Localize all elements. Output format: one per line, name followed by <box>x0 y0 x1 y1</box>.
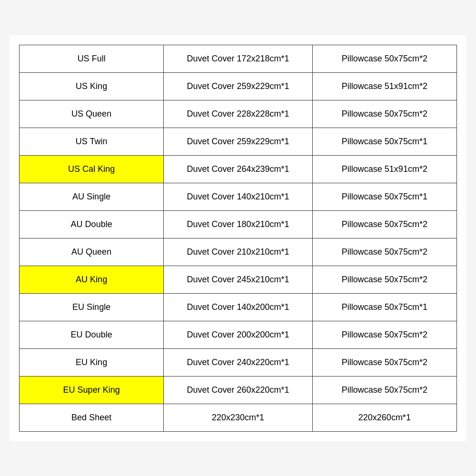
duvet-spec: Duvet Cover 228x228cm*1 <box>164 100 312 128</box>
size-name: US Twin <box>20 128 164 155</box>
size-name: AU Double <box>20 210 164 238</box>
size-name: EU Double <box>20 321 164 348</box>
table-row: AU SingleDuvet Cover 140x210cm*1Pillowca… <box>20 183 457 210</box>
duvet-spec: Duvet Cover 259x229cm*1 <box>164 128 312 155</box>
pillow-spec: 220x260cm*1 <box>312 404 456 431</box>
pillow-spec: Pillowcase 50x75cm*2 <box>312 100 456 128</box>
pillow-spec: Pillowcase 50x75cm*2 <box>312 321 456 348</box>
duvet-spec: Duvet Cover 260x220cm*1 <box>164 376 312 404</box>
duvet-spec: Duvet Cover 180x210cm*1 <box>164 210 312 238</box>
pillow-spec: Pillowcase 50x75cm*2 <box>312 210 456 238</box>
size-name: AU Queen <box>20 238 164 266</box>
table-row: US FullDuvet Cover 172x218cm*1Pillowcase… <box>20 45 457 72</box>
table-row: Bed Sheet220x230cm*1220x260cm*1 <box>20 404 457 431</box>
table-row: AU DoubleDuvet Cover 180x210cm*1Pillowca… <box>20 210 457 238</box>
pillow-spec: Pillowcase 50x75cm*2 <box>312 45 456 72</box>
size-table: US FullDuvet Cover 172x218cm*1Pillowcase… <box>19 45 457 432</box>
size-name: EU Super King <box>20 376 164 404</box>
duvet-spec: Duvet Cover 200x200cm*1 <box>164 321 312 348</box>
size-name: US Full <box>20 45 164 72</box>
size-name: Bed Sheet <box>20 404 164 431</box>
main-container: US FullDuvet Cover 172x218cm*1Pillowcase… <box>10 35 466 441</box>
pillow-spec: Pillowcase 50x75cm*1 <box>312 183 456 210</box>
duvet-spec: Duvet Cover 210x210cm*1 <box>164 238 312 266</box>
table-row: AU KingDuvet Cover 245x210cm*1Pillowcase… <box>20 266 457 293</box>
table-row: US Cal KingDuvet Cover 264x239cm*1Pillow… <box>20 155 457 183</box>
table-row: AU QueenDuvet Cover 210x210cm*1Pillowcas… <box>20 238 457 266</box>
pillow-spec: Pillowcase 51x91cm*2 <box>312 155 456 183</box>
duvet-spec: Duvet Cover 264x239cm*1 <box>164 155 312 183</box>
size-name: EU Single <box>20 293 164 321</box>
size-name: EU King <box>20 348 164 376</box>
pillow-spec: Pillowcase 50x75cm*2 <box>312 376 456 404</box>
pillow-spec: Pillowcase 50x75cm*2 <box>312 348 456 376</box>
pillow-spec: Pillowcase 50x75cm*1 <box>312 293 456 321</box>
duvet-spec: Duvet Cover 240x220cm*1 <box>164 348 312 376</box>
pillow-spec: Pillowcase 50x75cm*2 <box>312 266 456 293</box>
duvet-spec: 220x230cm*1 <box>164 404 312 431</box>
table-row: EU SingleDuvet Cover 140x200cm*1Pillowca… <box>20 293 457 321</box>
duvet-spec: Duvet Cover 140x210cm*1 <box>164 183 312 210</box>
table-row: EU KingDuvet Cover 240x220cm*1Pillowcase… <box>20 348 457 376</box>
size-name: US Queen <box>20 100 164 128</box>
size-name: US King <box>20 72 164 100</box>
pillow-spec: Pillowcase 50x75cm*2 <box>312 238 456 266</box>
duvet-spec: Duvet Cover 259x229cm*1 <box>164 72 312 100</box>
table-row: US KingDuvet Cover 259x229cm*1Pillowcase… <box>20 72 457 100</box>
duvet-spec: Duvet Cover 245x210cm*1 <box>164 266 312 293</box>
size-name: AU King <box>20 266 164 293</box>
pillow-spec: Pillowcase 51x91cm*2 <box>312 72 456 100</box>
table-row: US TwinDuvet Cover 259x229cm*1Pillowcase… <box>20 128 457 155</box>
size-name: AU Single <box>20 183 164 210</box>
table-row: US QueenDuvet Cover 228x228cm*1Pillowcas… <box>20 100 457 128</box>
table-row: EU Super KingDuvet Cover 260x220cm*1Pill… <box>20 376 457 404</box>
size-name: US Cal King <box>20 155 164 183</box>
duvet-spec: Duvet Cover 172x218cm*1 <box>164 45 312 72</box>
duvet-spec: Duvet Cover 140x200cm*1 <box>164 293 312 321</box>
pillow-spec: Pillowcase 50x75cm*1 <box>312 128 456 155</box>
table-row: EU DoubleDuvet Cover 200x200cm*1Pillowca… <box>20 321 457 348</box>
